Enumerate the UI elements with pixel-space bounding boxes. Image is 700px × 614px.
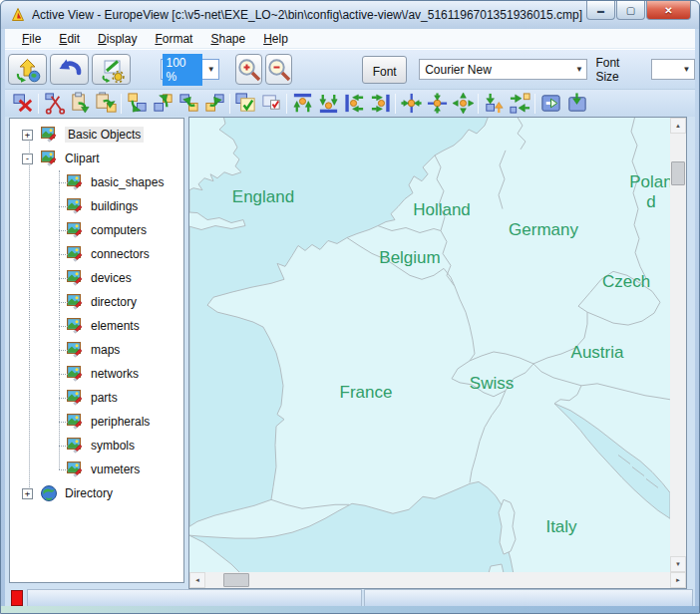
corsica-island xyxy=(499,499,516,554)
tree-item-basic-objects[interactable]: + Basic Objects xyxy=(10,123,183,147)
tree-item-directory-clipart[interactable]: directory xyxy=(10,290,183,314)
align-top-button[interactable] xyxy=(289,92,315,116)
dropdown-arrow-icon[interactable]: ▼ xyxy=(203,65,218,74)
reload-view-button[interactable] xyxy=(8,54,47,85)
horizontal-scroll-thumb[interactable] xyxy=(223,573,249,587)
export-object-icon xyxy=(565,92,588,115)
font-size-select[interactable]: ▼ xyxy=(651,59,695,80)
edit-settings-icon xyxy=(98,57,126,83)
align-bottom-button[interactable] xyxy=(315,92,341,116)
menu-help[interactable]: Help xyxy=(254,30,297,48)
close-button[interactable]: ✕ xyxy=(646,1,691,20)
dropdown-arrow-icon[interactable]: ▼ xyxy=(571,65,586,74)
tree-item-devices[interactable]: devices xyxy=(10,266,183,290)
menu-file[interactable]: File xyxy=(13,30,50,48)
menu-display[interactable]: Display xyxy=(89,30,146,48)
distribute-horizontal-button[interactable] xyxy=(507,92,532,116)
menu-shape[interactable]: Shape xyxy=(201,30,254,48)
map-viewport[interactable]: England Holland Germany Polan d Belgium … xyxy=(189,118,670,572)
tree-item-peripherals[interactable]: peripherals xyxy=(10,410,183,434)
tree-item-basic-shapes[interactable]: basic_shapes xyxy=(10,170,183,194)
tree-item-label: symbols xyxy=(91,439,135,453)
zoom-out-button[interactable] xyxy=(265,54,292,85)
clipart-icon xyxy=(66,389,84,407)
send-backward-icon xyxy=(177,92,200,115)
copy-button[interactable] xyxy=(93,92,119,116)
center-vertical-button[interactable] xyxy=(398,92,424,116)
tree-item-networks[interactable]: networks xyxy=(10,362,183,386)
expand-plus-icon[interactable]: + xyxy=(22,130,33,141)
minimize-button[interactable]: ▬ xyxy=(586,1,615,20)
maximize-button[interactable]: ▢ xyxy=(616,1,645,20)
delete-button[interactable] xyxy=(10,92,36,116)
app-icon[interactable] xyxy=(10,7,26,23)
tree-item-buildings[interactable]: buildings xyxy=(10,194,183,218)
tree-item-label: Basic Objects xyxy=(65,127,144,143)
scroll-up-button[interactable]: ▲ xyxy=(670,118,686,134)
scroll-down-button[interactable]: ▼ xyxy=(670,556,686,572)
paste-button[interactable] xyxy=(67,92,93,116)
country-label-czech[interactable]: Czech xyxy=(602,272,650,292)
insert-object-button[interactable] xyxy=(537,92,563,116)
undo-button[interactable] xyxy=(50,54,89,85)
country-label-holland[interactable]: Holland xyxy=(413,200,471,220)
toolbar-standard: 100 % ▼ Font Courier New ▼ Font Size xyxy=(5,49,695,89)
vertical-scrollbar[interactable]: ▲ ▼ xyxy=(670,118,686,572)
green-check-icon xyxy=(234,92,257,115)
country-label-england[interactable]: England xyxy=(232,187,294,207)
apply-red-check-button[interactable] xyxy=(258,92,284,116)
tree-item-clipart[interactable]: - Clipart xyxy=(10,147,183,170)
tree-item-connectors[interactable]: connectors xyxy=(10,242,183,266)
tree-item-maps[interactable]: maps xyxy=(10,338,183,362)
country-label-austria[interactable]: Austria xyxy=(571,343,624,363)
country-label-swiss[interactable]: Swiss xyxy=(470,374,514,394)
bring-to-front-button[interactable] xyxy=(150,92,175,116)
country-label-france[interactable]: France xyxy=(340,383,393,403)
tree-item-label: directory xyxy=(91,295,137,309)
horizontal-scrollbar[interactable]: ◄ ► xyxy=(189,572,686,588)
bring-to-front-icon xyxy=(152,92,175,115)
tree-item-symbols[interactable]: symbols xyxy=(10,434,183,458)
tree-item-label: devices xyxy=(91,271,132,285)
tree-item-vumeters[interactable]: vumeters xyxy=(10,458,183,481)
collapse-minus-icon[interactable]: - xyxy=(22,154,33,164)
send-backward-button[interactable] xyxy=(175,92,201,116)
apply-green-check-button[interactable] xyxy=(232,92,258,116)
country-label-belgium[interactable]: Belgium xyxy=(379,248,440,268)
expand-plus-icon[interactable]: + xyxy=(22,488,33,499)
country-label-germany[interactable]: Germany xyxy=(509,220,578,240)
cut-button[interactable] xyxy=(41,92,67,116)
tree-item-label: computers xyxy=(91,223,147,237)
font-family-select[interactable]: Courier New ▼ xyxy=(419,59,587,80)
distribute-vertical-icon xyxy=(483,92,506,115)
distribute-vertical-button[interactable] xyxy=(481,92,507,116)
clipart-icon xyxy=(66,365,84,383)
library-tree-panel[interactable]: + Basic Objects - Clipart basic_shapes b… xyxy=(9,118,184,583)
scroll-left-button[interactable]: ◄ xyxy=(189,572,205,588)
export-object-button[interactable] xyxy=(563,92,589,116)
country-label-italy[interactable]: Italy xyxy=(545,517,576,537)
tree-item-elements[interactable]: elements xyxy=(10,314,183,338)
send-to-back-button[interactable] xyxy=(124,92,150,116)
spread-center-button[interactable] xyxy=(450,92,476,116)
font-button[interactable]: Font xyxy=(362,56,407,84)
center-horizontal-button[interactable] xyxy=(424,92,450,116)
zoom-select[interactable]: 100 % ▼ xyxy=(161,59,219,80)
menu-edit[interactable]: Edit xyxy=(50,30,89,48)
country-label-poland[interactable]: Polan d xyxy=(629,172,670,211)
vertical-scroll-thumb[interactable] xyxy=(671,161,685,185)
align-right-button[interactable] xyxy=(367,92,393,116)
menu-format[interactable]: Format xyxy=(146,30,201,48)
tree-item-parts[interactable]: parts xyxy=(10,386,183,410)
paste-icon xyxy=(69,92,92,115)
tree-item-computers[interactable]: computers xyxy=(10,218,183,242)
scroll-right-button[interactable]: ► xyxy=(670,572,686,588)
maximize-icon: ▢ xyxy=(626,5,635,16)
zoom-in-button[interactable] xyxy=(235,54,262,85)
dropdown-arrow-icon[interactable]: ▼ xyxy=(679,65,694,74)
bring-forward-button[interactable] xyxy=(201,92,227,116)
edit-settings-button[interactable] xyxy=(92,54,131,85)
tree-item-directory[interactable]: + Directory xyxy=(10,481,183,505)
align-left-button[interactable] xyxy=(341,92,367,116)
title-bar[interactable]: Active View - EuropeView [c:\v5-net\EXE_… xyxy=(1,1,699,29)
